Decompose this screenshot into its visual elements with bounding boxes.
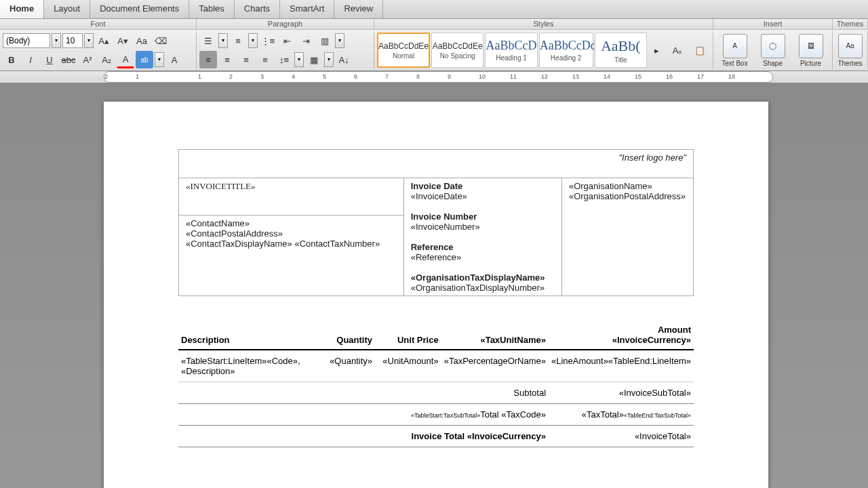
change-styles-button[interactable]: Aₐ	[667, 41, 688, 59]
columns-button[interactable]: ▥	[316, 32, 334, 49]
style-heading-2[interactable]: AaBbCcDdI Heading 2	[539, 33, 593, 68]
font-size-dropdown[interactable]: ▾	[84, 33, 94, 48]
tab-review[interactable]: Review	[334, 0, 383, 18]
tab-tables[interactable]: Tables	[189, 0, 235, 18]
columns-dropdown[interactable]: ▾	[335, 33, 344, 48]
style-no-spacing[interactable]: AaBbCcDdEe No Spacing	[431, 33, 484, 68]
styles-pane-button[interactable]: 📋	[689, 41, 710, 59]
horizontal-ruler[interactable]: 21123456789101112131415161718	[0, 71, 868, 83]
font-name-dropdown[interactable]: ▾	[52, 33, 61, 48]
organisation-cell[interactable]: «OrganisationName» «OrganisationPostalAd…	[561, 178, 693, 296]
style-title[interactable]: AaBb( Title	[595, 33, 647, 68]
line-items-table: Description Quantity Unit Price «TaxUnit…	[178, 321, 694, 447]
line-spacing-button[interactable]: ↕≡	[275, 51, 293, 68]
group-label-paragraph: Paragraph	[197, 19, 374, 29]
decrease-indent-button[interactable]: ⇤	[278, 32, 296, 49]
style-normal[interactable]: AaBbCcDdEe Normal	[377, 33, 430, 68]
justify-button[interactable]: ≡	[256, 51, 274, 68]
picture-icon: 🖼	[799, 34, 823, 58]
insert-text-box[interactable]: A Text Box	[717, 34, 753, 67]
change-case-button[interactable]: Aa	[133, 32, 151, 49]
italic-button[interactable]: I	[22, 51, 39, 68]
ribbon: Font Paragraph Styles Insert Themes ▾ ▾ …	[0, 19, 868, 71]
shading-dropdown[interactable]: ▾	[324, 52, 334, 67]
insert-shape[interactable]: ◯ Shape	[755, 34, 791, 67]
themes-button[interactable]: Aa Themes	[835, 34, 865, 67]
table-header-row: Description Quantity Unit Price «TaxUnit…	[178, 321, 694, 350]
increase-indent-button[interactable]: ⇥	[297, 32, 315, 49]
numbering-button[interactable]: ≡	[229, 32, 247, 49]
bullets-button[interactable]: ☰	[199, 32, 217, 49]
sort-button[interactable]: A↓	[335, 51, 353, 68]
strikethrough-button[interactable]: abc	[60, 51, 77, 68]
table-row[interactable]: «TableStart:LineItem»«Code», «Descriptio…	[178, 350, 694, 382]
contact-cell[interactable]: «ContactName» «ContactPostalAddress» «Co…	[179, 216, 404, 296]
group-label-styles: Styles	[374, 19, 713, 29]
invoice-header-table: "Insert logo here" «INVOICETITLE» Invoic…	[178, 149, 694, 296]
highlight-dropdown[interactable]: ▾	[155, 52, 164, 67]
line-spacing-dropdown[interactable]: ▾	[294, 52, 304, 67]
tab-document-elements[interactable]: Document Elements	[90, 0, 189, 18]
subtotal-row: Subtotal «InvoiceSubTotal»	[178, 382, 694, 404]
group-label-font: Font	[0, 19, 197, 29]
col-quantity: Quantity	[319, 321, 375, 350]
superscript-button[interactable]: A²	[79, 51, 96, 68]
text-effects-button[interactable]: A	[165, 51, 183, 68]
shrink-font-button[interactable]: A▾	[114, 32, 132, 49]
clear-formatting-button[interactable]: ⌫	[152, 32, 170, 49]
themes-icon: Aa	[838, 34, 863, 58]
align-left-button[interactable]: ≡	[199, 51, 217, 68]
invoice-meta-cell[interactable]: Invoice Date «InvoiceDate» Invoice Numbe…	[403, 178, 561, 296]
font-name-input[interactable]	[3, 33, 50, 48]
bold-button[interactable]: B	[3, 51, 20, 68]
multilevel-button[interactable]: ⋮≡	[259, 32, 277, 49]
grand-total-row: Invoice Total «InvoiceCurrency» «Invoice…	[178, 426, 694, 447]
group-label-themes: Themes	[833, 19, 868, 29]
insert-picture[interactable]: 🖼 Picture	[793, 34, 829, 67]
document-workspace: "Insert logo here" «INVOICETITLE» Invoic…	[0, 91, 868, 488]
logo-placeholder[interactable]: "Insert logo here"	[179, 150, 694, 178]
text-box-icon: A	[723, 34, 747, 58]
highlight-button[interactable]: ab	[136, 51, 153, 68]
tab-layout[interactable]: Layout	[44, 0, 90, 18]
align-right-button[interactable]: ≡	[237, 51, 255, 68]
tab-smartart[interactable]: SmartArt	[280, 0, 334, 18]
underline-button[interactable]: U	[41, 51, 58, 68]
tab-home[interactable]: Home	[0, 0, 44, 18]
bullets-dropdown[interactable]: ▾	[218, 33, 228, 48]
font-color-button[interactable]: A	[117, 51, 134, 68]
align-center-button[interactable]: ≡	[218, 51, 236, 68]
col-unit-price: Unit Price	[375, 321, 441, 350]
style-gallery: AaBbCcDdEe Normal AaBbCcDdEe No Spacing …	[377, 33, 710, 68]
document-page[interactable]: "Insert logo here" «INVOICETITLE» Invoic…	[104, 102, 768, 488]
invoice-title[interactable]: «INVOICETITLE»	[179, 178, 404, 216]
styles-more-button[interactable]: ▸	[648, 41, 665, 59]
grow-font-button[interactable]: A▴	[95, 32, 113, 49]
numbering-dropdown[interactable]: ▾	[248, 33, 258, 48]
tax-total-row: «TableStart:TaxSubTotal»Total «TaxCode» …	[178, 404, 694, 426]
group-label-insert: Insert	[713, 19, 833, 29]
style-heading-1[interactable]: AaBbCcD Heading 1	[485, 33, 537, 68]
shading-button[interactable]: ▦	[305, 51, 323, 68]
shape-icon: ◯	[761, 34, 785, 58]
col-amount: Amount «InvoiceCurrency»	[549, 321, 694, 350]
tab-charts[interactable]: Charts	[235, 0, 280, 18]
col-description: Description	[178, 321, 319, 350]
subscript-button[interactable]: A₂	[98, 51, 115, 68]
font-size-input[interactable]	[62, 33, 83, 48]
col-tax: «TaxUnitName»	[441, 321, 549, 350]
ribbon-tabs: Home Layout Document Elements Tables Cha…	[0, 0, 868, 19]
